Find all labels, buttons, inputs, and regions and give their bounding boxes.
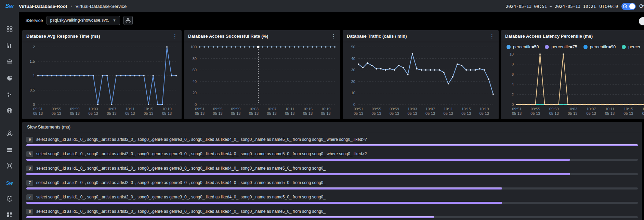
sidebar-item-charts[interactable] xyxy=(5,42,14,51)
svg-text:80: 80 xyxy=(193,57,197,61)
svg-text:60: 60 xyxy=(193,68,197,72)
sidebar-item-add-widget[interactable] xyxy=(5,211,14,220)
chart-canvas[interactable]: 00.511.5209:5105-1309:5505-1309:5905-131… xyxy=(22,42,182,119)
svg-text:100: 100 xyxy=(190,45,197,49)
svg-text:09:51: 09:51 xyxy=(195,107,205,111)
topology-button[interactable] xyxy=(123,16,133,25)
statement-bar-track xyxy=(26,187,638,190)
sidebar-item-flow[interactable] xyxy=(5,162,14,171)
svg-text:05-13: 05-13 xyxy=(587,111,596,115)
slow-statements-title: Slow Statements (ms) xyxy=(27,124,70,130)
slow-statement-row[interactable]: 6 select song0_.id as id1_0_, song0_.art… xyxy=(26,208,638,218)
svg-text:10:11: 10:11 xyxy=(605,107,615,111)
statement-bar-fill xyxy=(26,159,570,161)
statement-duration-badge: 9 xyxy=(26,137,33,143)
statement-bar-track xyxy=(26,216,638,218)
sidebar-item-dashboard[interactable] xyxy=(5,25,14,34)
svg-text:05-13: 05-13 xyxy=(70,111,80,115)
panel-header: Database Access Successful Rate (%)⋮ xyxy=(184,30,340,42)
svg-text:05-13: 05-13 xyxy=(371,111,381,115)
sidebar-item-globe[interactable] xyxy=(5,107,14,116)
sidebar-item-list[interactable] xyxy=(5,146,14,155)
chart-canvas[interactable]: 02040608010009:5105-1309:5505-1309:5905-… xyxy=(184,42,340,119)
statement-text: select song0_.id as id1_0_, song0_.artis… xyxy=(36,209,326,214)
chart-canvas[interactable]: 0102030405009:5105-1309:5505-1309:5905-1… xyxy=(343,42,499,119)
refresh-icon[interactable]: ⟳ xyxy=(639,3,644,10)
svg-text:05-13: 05-13 xyxy=(213,111,223,115)
statement-text: select song0_.id as id1_0_, song0_.artis… xyxy=(36,195,326,199)
svg-text:4: 4 xyxy=(512,82,514,86)
svg-text:05-13: 05-13 xyxy=(267,111,277,115)
sidebar-item-topology[interactable] xyxy=(5,130,14,138)
svg-text:10:07: 10:07 xyxy=(425,107,435,111)
slow-statement-row[interactable]: 8 select song0_.id as id1_0_, song0_.art… xyxy=(26,151,638,161)
scatter-icon xyxy=(6,91,13,99)
service-select[interactable]: psql.skywalking-showcase.svc. ▼ xyxy=(47,16,120,25)
sidebar-item-skywalking-active[interactable]: Sw xyxy=(5,179,14,187)
svg-text:2: 2 xyxy=(512,93,514,97)
sidebar: Sw xyxy=(0,12,19,220)
svg-text:50: 50 xyxy=(351,45,355,49)
skywalking-logo-icon[interactable]: Sw xyxy=(0,3,19,10)
svg-text:8: 8 xyxy=(512,62,514,66)
chart-panel-2: Database Traffic (calls / min)⋮010203040… xyxy=(343,30,499,119)
statement-bar-fill xyxy=(26,216,434,218)
globe-icon xyxy=(6,107,13,115)
panel-menu-icon[interactable]: ⋮ xyxy=(489,34,495,39)
sidebar-item-scatter[interactable] xyxy=(5,91,14,100)
time-range[interactable]: 2024-05-13 09:51 ~ 2024-05-13 10:21 xyxy=(506,4,596,9)
statement-duration-badge: 8 xyxy=(26,166,33,171)
slow-statement-row[interactable]: 8 select song0_.id as id1_0_, song0_.art… xyxy=(26,165,638,175)
slow-statement-row[interactable]: 7 select song0_.id as id1_0_, song0_.art… xyxy=(26,180,638,190)
sidebar-item-database[interactable] xyxy=(5,58,14,67)
svg-text:10:11: 10:11 xyxy=(126,107,135,111)
svg-text:10:15: 10:15 xyxy=(461,107,471,111)
svg-text:0: 0 xyxy=(512,102,514,107)
slow-statement-row[interactable]: 7 select song0_.id as id1_0_, song0_.art… xyxy=(26,194,638,204)
legend-label: percentile=75 xyxy=(551,45,577,49)
statement-text: select song0_.id as id1_0_, song0_.artis… xyxy=(36,151,367,156)
breadcrumb-separator-icon: › xyxy=(71,4,72,9)
svg-text:10:19: 10:19 xyxy=(321,107,331,111)
chart-panel-3: Database Access Latency Percentile (ms)p… xyxy=(501,30,644,119)
svg-text:09:51: 09:51 xyxy=(33,107,43,111)
svg-text:05-13: 05-13 xyxy=(461,111,471,115)
svg-text:05-13: 05-13 xyxy=(479,111,489,115)
panel-menu-icon[interactable]: ⋮ xyxy=(331,34,336,39)
svg-text:09:55: 09:55 xyxy=(531,107,540,111)
svg-text:10: 10 xyxy=(510,52,514,56)
svg-text:05-13: 05-13 xyxy=(605,111,615,115)
panel-header: Database Avg Response Time (ms)⋮ xyxy=(22,30,182,42)
legend-item[interactable]: percentile=50 xyxy=(507,45,539,49)
svg-text:40: 40 xyxy=(351,57,355,61)
legend-item[interactable]: percentile=90 xyxy=(583,45,616,49)
sitemap-icon xyxy=(126,18,131,23)
statement-bar-fill xyxy=(26,144,638,146)
svg-text:05-13: 05-13 xyxy=(549,111,559,115)
chart-canvas[interactable]: 024681009:5105-1309:5505-1309:5905-1310:… xyxy=(501,51,644,119)
sidebar-item-alert[interactable] xyxy=(5,195,14,204)
slow-statements-panel: Slow Statements (ms) 9 select song0_.id … xyxy=(22,122,642,220)
slow-statement-row[interactable]: 9 select song0_.id as id1_0_, song0_.art… xyxy=(26,136,638,146)
svg-text:05-13: 05-13 xyxy=(231,111,240,115)
breadcrumb-root[interactable]: Virtual-Database-Root xyxy=(19,4,67,9)
utc-toggle[interactable] xyxy=(621,3,636,10)
svg-text:10:07: 10:07 xyxy=(267,107,277,111)
svg-text:10:15: 10:15 xyxy=(144,107,153,111)
legend-item[interactable]: percentile=95 xyxy=(622,45,640,49)
service-toolbar: $Service psql.skywalking-showcase.svc. ▼ xyxy=(19,12,644,28)
panel-title: Database Access Latency Percentile (ms) xyxy=(505,34,593,39)
chart-panel-1: Database Access Successful Rate (%)⋮0204… xyxy=(184,30,340,119)
panel-menu-icon[interactable]: ⋮ xyxy=(172,34,178,39)
svg-text:09:55: 09:55 xyxy=(213,107,223,111)
statement-bar-fill xyxy=(26,173,570,175)
legend-item[interactable]: percentile=75 xyxy=(545,45,577,49)
svg-text:05-13: 05-13 xyxy=(568,111,577,115)
sidebar-item-pie[interactable] xyxy=(5,74,14,83)
svg-text:6: 6 xyxy=(512,72,514,76)
panel-header: Database Traffic (calls / min)⋮ xyxy=(343,30,499,42)
breadcrumb: Virtual-Database-Root › Virtual-Database… xyxy=(19,4,127,9)
statement-bar-track xyxy=(26,159,638,161)
svg-text:10:03: 10:03 xyxy=(568,107,577,111)
charts-icon xyxy=(6,42,13,50)
